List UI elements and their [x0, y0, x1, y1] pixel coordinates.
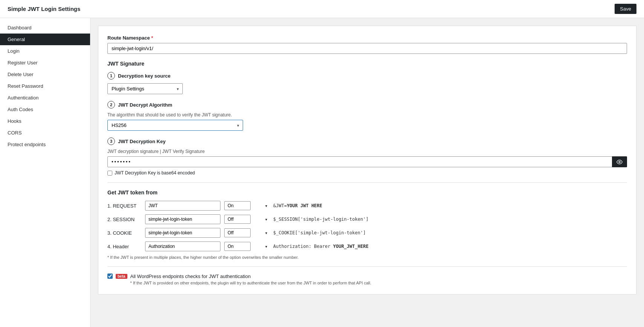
token-code-3: $_COOKIE['simple-jwt-login-token']: [273, 230, 627, 235]
step1-header: 1 Decryption key source: [107, 72, 627, 79]
step1-select[interactable]: Plugin SettingsWordPress Secret Key: [107, 83, 183, 94]
token-note: * If the JWT is present in multiple plac…: [107, 255, 627, 260]
step2-select[interactable]: HS256HS384HS512RS256RS384RS512: [107, 120, 243, 131]
sidebar-item-auth-codes[interactable]: Auth Codes: [0, 104, 90, 115]
token-status-select-2[interactable]: OnOff: [224, 215, 251, 224]
route-namespace-label: Route Namespace *: [107, 35, 627, 41]
jwt-signature-title: JWT Signature: [107, 61, 627, 67]
token-label-3: 3. COOKIE: [107, 230, 141, 236]
step1-select-wrapper: Plugin SettingsWordPress Secret Key ▾: [107, 83, 183, 94]
token-input-4[interactable]: [145, 241, 220, 251]
token-input-3[interactable]: [145, 228, 220, 238]
settings-card: Route Namespace * JWT Signature 1 Decryp…: [98, 26, 636, 295]
token-status-wrapper-4: OnOff: [224, 242, 269, 251]
sidebar-item-protect-endpoints[interactable]: Protect endpoints: [0, 139, 90, 150]
save-button[interactable]: Save: [615, 4, 636, 14]
token-status-wrapper-1: OnOff: [224, 201, 269, 210]
app-header: Simple JWT Login Settings Save: [0, 0, 644, 18]
decryption-key-wrapper: [107, 156, 627, 167]
step1-group: 1 Decryption key source Plugin SettingsW…: [107, 72, 627, 94]
token-label-1: 1. REQUEST: [107, 203, 141, 209]
get-jwt-label: Get JWT token from: [107, 189, 627, 196]
step3-header: 3 JWT Decryption Key: [107, 138, 627, 145]
layout: DashboardGeneralLoginRegister UserDelete…: [0, 18, 644, 327]
token-status-select-1[interactable]: OnOff: [224, 201, 251, 210]
sidebar-item-cors[interactable]: CORS: [0, 127, 90, 139]
token-code-2: $_SESSION['simple-jwt-login-token']: [273, 217, 627, 222]
eye-icon: [616, 159, 623, 165]
beta-content: All WordPress endpoints checks for JWT a…: [130, 274, 372, 285]
beta-note: * If the JWT is provided on other endpoi…: [130, 281, 372, 285]
sidebar: DashboardGeneralLoginRegister UserDelete…: [0, 18, 90, 327]
step3-sublabel: JWT decryption signature | JWT Verify Si…: [107, 149, 627, 154]
step2-select-wrapper: HS256HS384HS512RS256RS384RS512 ▾: [107, 120, 243, 131]
token-rows-container: 1. REQUESTOnOff&JWT=YOUR JWT HERE2. SESS…: [107, 201, 627, 251]
beta-checkbox[interactable]: [107, 274, 113, 279]
step2-hint: The algorithm that should be used to ver…: [107, 112, 627, 118]
token-label-2: 2. SESSION: [107, 217, 141, 222]
token-row-2: 2. SESSIONOnOff$_SESSION['simple-jwt-log…: [107, 214, 627, 224]
beta-row: beta All WordPress endpoints checks for …: [107, 274, 627, 285]
step3-label: JWT Decryption Key: [118, 139, 165, 144]
divider2: [107, 266, 627, 267]
route-namespace-group: Route Namespace *: [107, 35, 627, 54]
token-code-4: Authorization: Bearer YOUR_JWT_HERE: [273, 244, 627, 249]
token-status-wrapper-2: OnOff: [224, 215, 269, 224]
step3-num: 3: [107, 138, 115, 145]
beta-badge: beta: [116, 274, 127, 279]
app-title: Simple JWT Login Settings: [8, 6, 80, 12]
token-row-4: 4. HeaderOnOffAuthorization: Bearer YOUR…: [107, 241, 627, 251]
sidebar-item-dashboard[interactable]: Dashboard: [0, 22, 90, 34]
decryption-key-input[interactable]: [107, 156, 627, 167]
beta-text: All WordPress endpoints checks for JWT a…: [130, 274, 372, 279]
divider1: [107, 182, 627, 183]
show-password-button[interactable]: [612, 156, 627, 167]
step2-group: 2 JWT Decrypt Algorithm The algorithm th…: [107, 101, 627, 131]
step2-num: 2: [107, 101, 115, 108]
step3-group: 3 JWT Decryption Key JWT decryption sign…: [107, 138, 627, 176]
sidebar-item-register-user[interactable]: Register User: [0, 57, 90, 69]
main-content: Route Namespace * JWT Signature 1 Decryp…: [90, 18, 644, 327]
base64-label: JWT Decryption Key is base64 encoded: [115, 170, 195, 176]
sidebar-item-general[interactable]: General: [0, 34, 90, 45]
route-namespace-input[interactable]: [107, 43, 627, 54]
step1-label: Decryption key source: [118, 73, 170, 79]
token-code-1: &JWT=YOUR JWT HERE: [273, 203, 627, 208]
step2-label: JWT Decrypt Algorithm: [118, 102, 172, 108]
sidebar-item-login[interactable]: Login: [0, 45, 90, 57]
token-status-select-3[interactable]: OnOff: [224, 228, 251, 237]
token-label-4: 4. Header: [107, 244, 141, 249]
svg-point-0: [619, 161, 620, 163]
token-row-1: 1. REQUESTOnOff&JWT=YOUR JWT HERE: [107, 201, 627, 211]
token-status-wrapper-3: OnOff: [224, 228, 269, 237]
base64-checkbox[interactable]: [107, 171, 112, 176]
token-row-3: 3. COOKIEOnOff$_COOKIE['simple-jwt-login…: [107, 228, 627, 238]
token-status-select-4[interactable]: OnOff: [224, 242, 251, 251]
base64-checkbox-row: JWT Decryption Key is base64 encoded: [107, 170, 627, 176]
token-input-2[interactable]: [145, 214, 220, 224]
sidebar-item-reset-password[interactable]: Reset Password: [0, 80, 90, 92]
sidebar-item-authentication[interactable]: Authentication: [0, 92, 90, 104]
jwt-token-section: Get JWT token from 1. REQUESTOnOff&JWT=Y…: [107, 189, 627, 260]
step1-num: 1: [107, 72, 115, 79]
step2-header: 2 JWT Decrypt Algorithm: [107, 101, 627, 108]
sidebar-item-hooks[interactable]: Hooks: [0, 115, 90, 127]
token-input-1[interactable]: [145, 201, 220, 211]
sidebar-item-delete-user[interactable]: Delete User: [0, 69, 90, 80]
